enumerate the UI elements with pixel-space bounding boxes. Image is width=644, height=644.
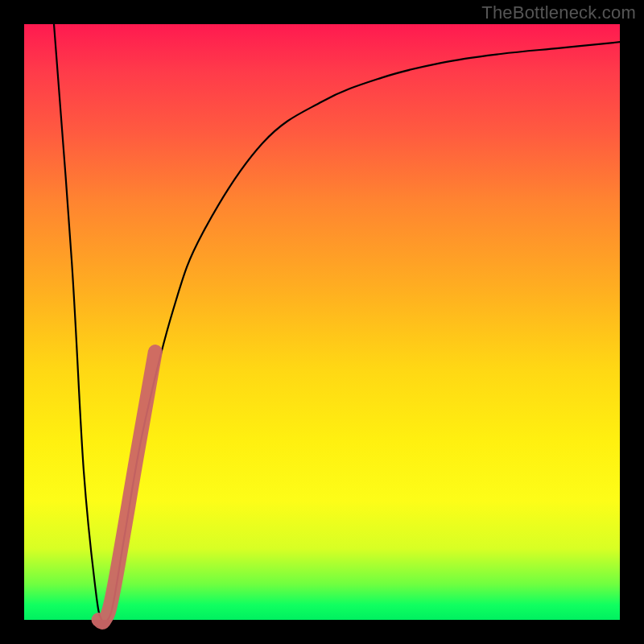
chart-frame: TheBottleneck.com	[0, 0, 644, 644]
bottleneck-curve-line	[54, 24, 620, 623]
highlight-segment-line	[99, 352, 155, 622]
plot-area	[24, 24, 620, 620]
curve-svg	[24, 24, 620, 620]
watermark-text: TheBottleneck.com	[481, 2, 636, 23]
